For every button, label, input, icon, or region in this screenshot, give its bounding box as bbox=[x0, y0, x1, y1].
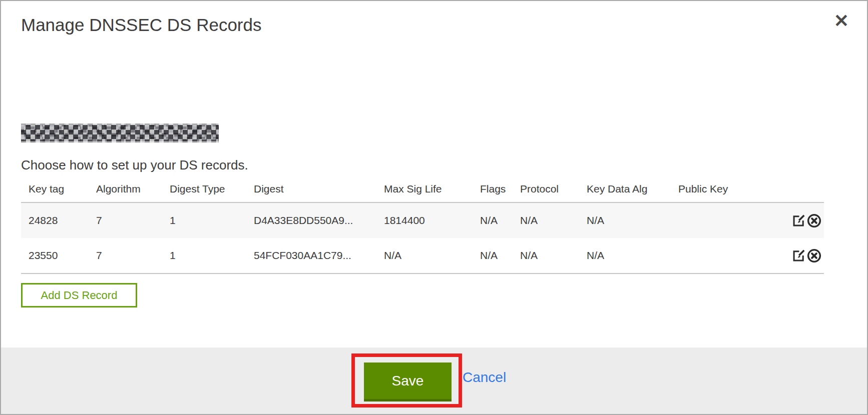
column-header-algorithm: Algorithm bbox=[89, 183, 162, 202]
cell-key-tag: 24828 bbox=[21, 202, 89, 238]
close-button[interactable]: ✕ bbox=[832, 10, 851, 32]
edit-icon bbox=[791, 248, 806, 263]
column-header-digest-type: Digest Type bbox=[162, 183, 246, 202]
column-header-public-key: Public Key bbox=[671, 183, 778, 202]
cell-key-tag: 23550 bbox=[21, 238, 89, 274]
cell-algorithm: 7 bbox=[89, 202, 162, 238]
save-button[interactable]: Save bbox=[364, 362, 452, 402]
cell-digest: D4A33E8DD550A9... bbox=[246, 202, 376, 238]
cell-public-key bbox=[671, 202, 778, 238]
cell-digest-type: 1 bbox=[162, 202, 246, 238]
delete-icon bbox=[806, 213, 822, 228]
cell-actions bbox=[778, 238, 824, 274]
add-ds-record-button[interactable]: Add DS Record bbox=[21, 283, 137, 308]
edit-record-button[interactable] bbox=[791, 248, 806, 263]
delete-record-button[interactable] bbox=[806, 248, 822, 264]
delete-record-button[interactable] bbox=[806, 213, 822, 228]
cell-max-sig-life: 1814400 bbox=[376, 202, 473, 238]
cell-public-key bbox=[671, 238, 778, 274]
column-header-protocol: Protocol bbox=[513, 183, 579, 202]
column-header-actions bbox=[778, 183, 824, 202]
cancel-link[interactable]: Cancel bbox=[463, 370, 506, 386]
ds-record-row-1: 24828 7 1 D4A33E8DD550A9... 1814400 N/A … bbox=[21, 202, 824, 238]
cell-flags: N/A bbox=[473, 202, 513, 238]
ds-record-row-2: 23550 7 1 54FCF030AA1C79... N/A N/A N/A … bbox=[21, 238, 824, 274]
domain-name-redacted bbox=[21, 124, 219, 142]
cell-protocol: N/A bbox=[513, 202, 579, 238]
delete-icon bbox=[806, 248, 822, 264]
column-header-key-data-alg: Key Data Alg bbox=[579, 183, 671, 202]
column-header-max-sig-life: Max Sig Life bbox=[376, 183, 473, 202]
save-highlight-annotation: Save bbox=[351, 354, 462, 408]
close-icon: ✕ bbox=[834, 10, 849, 31]
column-header-digest: Digest bbox=[246, 183, 376, 202]
cell-max-sig-life: N/A bbox=[376, 238, 473, 274]
edit-record-button[interactable] bbox=[791, 214, 806, 228]
modal-footer: Save Cancel bbox=[1, 348, 867, 414]
edit-icon bbox=[791, 214, 806, 228]
cell-digest: 54FCF030AA1C79... bbox=[246, 238, 376, 274]
cell-flags: N/A bbox=[473, 238, 513, 274]
cell-actions bbox=[778, 202, 824, 238]
modal-title: Manage DNSSEC DS Records bbox=[21, 15, 867, 35]
column-header-key-tag: Key tag bbox=[21, 183, 89, 202]
cell-digest-type: 1 bbox=[162, 238, 246, 274]
dnssec-ds-records-modal: ✕ Manage DNSSEC DS Records Choose how to… bbox=[0, 0, 868, 415]
table-header-row: Key tag Algorithm Digest Type Digest Max… bbox=[21, 183, 824, 202]
cell-algorithm: 7 bbox=[89, 238, 162, 274]
cell-key-data-alg: N/A bbox=[579, 238, 671, 274]
ds-records-table: Key tag Algorithm Digest Type Digest Max… bbox=[21, 183, 824, 274]
cell-protocol: N/A bbox=[513, 238, 579, 274]
instruction-text: Choose how to set up your DS records. bbox=[21, 158, 867, 173]
cell-key-data-alg: N/A bbox=[579, 202, 671, 238]
column-header-flags: Flags bbox=[473, 183, 513, 202]
